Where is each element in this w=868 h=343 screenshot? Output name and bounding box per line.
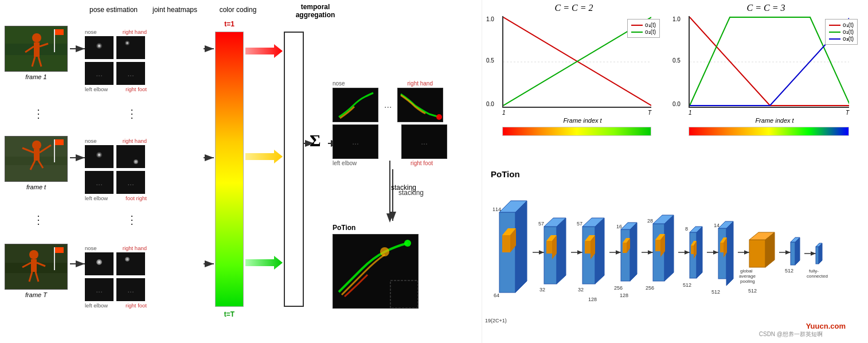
svg-rect-39	[31, 259, 37, 272]
svg-text:32: 32	[578, 287, 584, 293]
svg-text:64: 64	[494, 293, 499, 298]
svg-marker-103	[664, 215, 674, 281]
net-block-5: 28 256	[646, 215, 674, 291]
c2-y-min: 0.0	[486, 101, 494, 107]
heatmap-nose-2	[85, 145, 114, 168]
svg-text:256: 256	[614, 285, 623, 291]
c3-y-min: 0.0	[672, 101, 681, 107]
arrow-red	[245, 44, 283, 60]
svg-rect-104	[655, 240, 660, 251]
svg-text:57: 57	[577, 221, 582, 227]
potion-label: PoTion	[333, 224, 419, 232]
heatmap-2-righthand-label: right hand	[123, 138, 147, 144]
color-bar-top-label: t=1	[224, 20, 234, 28]
heatmap-3-nose-label: nose	[85, 245, 97, 251]
heatmap-nose-3	[85, 252, 114, 275]
heatmap-3-rightfoot-label: right foot	[126, 302, 147, 309]
arrow-yellow	[245, 150, 283, 165]
svg-rect-19	[34, 42, 40, 57]
c3-y-mid: 0.5	[672, 57, 681, 64]
svg-rect-128	[749, 240, 765, 267]
color-bar-section: t=1 t=T	[215, 32, 244, 307]
heatmap-1-leftelbow-label: left elbow	[85, 86, 108, 92]
heatmap-righthand-2	[116, 145, 145, 168]
svg-rect-44	[54, 247, 55, 270]
heatmap-1-nose-label: nose	[85, 29, 97, 35]
svg-text:⋮: ⋮	[126, 213, 138, 226]
c2-x-label: Frame index t	[502, 117, 663, 124]
svg-text:57: 57	[538, 221, 544, 227]
joint-heatmaps-label: joint heatmaps	[146, 6, 204, 14]
svg-text:connected: connected	[807, 274, 828, 279]
chart-c2-container: C = C = 2 1.0 0.5 0.0	[485, 3, 663, 136]
frame-T-container: frame T	[5, 244, 68, 298]
svg-rect-45	[55, 247, 64, 253]
frame-t-label: frame t	[26, 184, 46, 190]
svg-rect-141	[816, 247, 819, 264]
watermark-yuucn: Yuucn.com	[806, 322, 846, 330]
c2-y-max: 1.0	[486, 16, 494, 22]
svg-marker-65	[515, 201, 527, 293]
network-svg: 114 64 57 32	[482, 166, 868, 338]
watermark-csdn: CSDN @想养一群英短啊	[759, 330, 823, 338]
svg-rect-54	[390, 280, 418, 308]
legend-c3-o1: o₁(t)	[829, 22, 854, 28]
agg-dots-1: ...	[384, 88, 392, 122]
agg-nose-label: nose	[333, 80, 345, 87]
svg-text:512: 512	[785, 268, 793, 274]
svg-text:512: 512	[748, 288, 757, 294]
svg-marker-48	[245, 256, 283, 270]
svg-text:8: 8	[685, 226, 688, 232]
svg-marker-93	[630, 223, 637, 281]
heatmap-dots-5: ...	[85, 278, 114, 301]
c3-y-max: 1.0	[672, 16, 681, 22]
c3-x-start: 1	[689, 110, 692, 116]
svg-point-18	[32, 33, 41, 42]
color-bar-bottom-label: t=T	[224, 310, 234, 318]
frame-1-image	[5, 26, 68, 72]
frame-t-svg	[5, 137, 68, 182]
heatmap-1-righthand-label: right hand	[123, 29, 147, 35]
legend-c2-o1: o₁(t)	[631, 22, 656, 28]
svg-text:32: 32	[539, 287, 545, 293]
heatmap-3-leftelbow-label: left elbow	[85, 302, 108, 309]
heatmaps-group-1: nose right hand ... ... left elbow right…	[85, 29, 147, 92]
svg-marker-83	[595, 218, 604, 284]
pose-estimation-label: pose estimation	[85, 6, 142, 14]
main-container: ⋮ ⋮ ⋮ ⋮ stacking pose estimation joint h…	[0, 0, 868, 343]
svg-marker-138	[795, 237, 800, 265]
svg-text:fully-: fully-	[809, 268, 819, 274]
svg-marker-112	[697, 227, 702, 278]
color-coding-label: color coding	[215, 6, 261, 14]
c2-x-start: 1	[502, 110, 506, 116]
temporal-aggregation-box	[284, 32, 304, 307]
c3-x-end: T	[846, 110, 849, 116]
left-section: ⋮ ⋮ ⋮ ⋮ stacking pose estimation joint h…	[0, 0, 482, 343]
heatmap-nose-1	[85, 36, 114, 59]
heatmap-dots-1: ...	[85, 62, 114, 85]
frame-1-label: frame 1	[25, 73, 46, 80]
svg-text:⋮: ⋮	[33, 213, 44, 226]
frame-1-svg	[5, 26, 68, 72]
svg-rect-84	[585, 241, 591, 254]
svg-point-53	[380, 247, 389, 256]
right-section: C = C = 2 1.0 0.5 0.0	[482, 0, 868, 343]
svg-rect-136	[791, 242, 795, 265]
c2-x-end: T	[648, 110, 651, 116]
agg-leftelbow-label: left elbow	[333, 160, 357, 166]
chart-c3-container: C = C = 3 1.0 0.5 0.0	[671, 3, 861, 136]
red-arrow-svg	[245, 44, 283, 58]
frame-1-container: frame 1	[5, 26, 68, 80]
heatmap-1-rightfoot-label: right foot	[126, 86, 147, 92]
c3-x-label: Frame index t	[689, 117, 861, 124]
svg-text:⋮: ⋮	[126, 107, 138, 120]
svg-rect-66	[502, 235, 510, 252]
svg-rect-35	[55, 139, 64, 145]
box-to-sigma-arrow	[304, 138, 312, 149]
frame-T-label: frame T	[25, 291, 47, 298]
heatmap-dots-2: ...	[116, 62, 145, 85]
chart-c3-legend: o₁(t) o₂(t) o₃(t)	[825, 19, 858, 45]
heatmap-3-righthand-label: right hand	[123, 245, 147, 251]
heatmap-2-leftelbow-label: left elbow	[85, 195, 108, 201]
agg-righthand-label: right hand	[408, 80, 433, 87]
